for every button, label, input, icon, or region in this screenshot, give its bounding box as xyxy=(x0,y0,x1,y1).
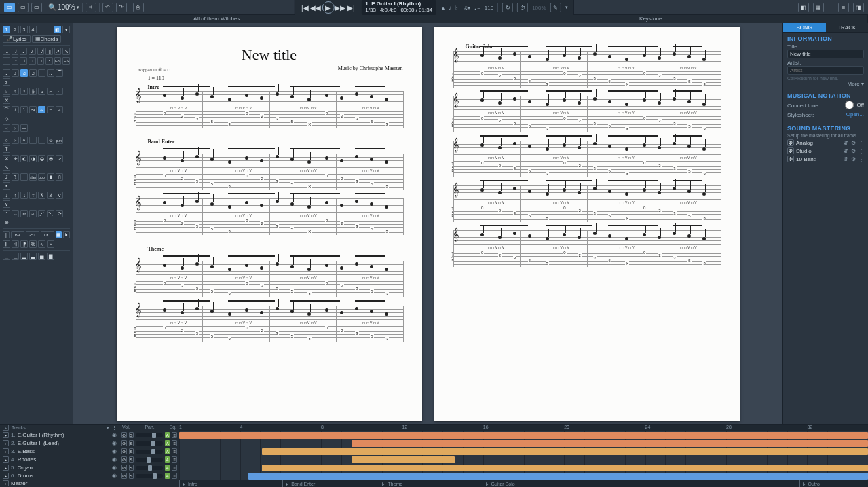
fx-x2[interactable]: ※ xyxy=(12,155,19,162)
fx-misc-c[interactable]: ◒ xyxy=(38,155,45,162)
more-link[interactable]: More ▾ xyxy=(787,81,864,87)
fx-row5-e[interactable]: ⋰ xyxy=(38,210,45,217)
fx-let-ring[interactable]: ⊙ xyxy=(47,137,54,144)
acc-dblsharp[interactable]: 𝄪 xyxy=(38,88,45,95)
clip[interactable] xyxy=(262,448,868,455)
fx-dead[interactable]: ✕ xyxy=(3,155,10,162)
tool-slide-down[interactable]: \ xyxy=(20,106,28,113)
tool-eighth-note[interactable]: ♪ xyxy=(29,48,36,55)
fx-misc-e[interactable]: ↗ xyxy=(56,155,63,162)
page-tab-1[interactable]: 1 xyxy=(3,26,10,33)
track-color-icon[interactable]: ▸ xyxy=(3,456,9,463)
master-icon[interactable]: ▸ xyxy=(3,480,9,486)
automation-button[interactable]: A xyxy=(165,440,170,446)
fx-palm-mute[interactable]: p.m. xyxy=(56,137,63,144)
dur-tie[interactable]: ⁀ xyxy=(56,69,63,77)
section-marker[interactable]: ⏵Theme xyxy=(379,480,402,487)
dyn-decresc[interactable]: ＞ xyxy=(12,124,19,132)
forward-end-button[interactable]: ▶| xyxy=(346,3,356,12)
fx-row4-d[interactable]: ⇡ xyxy=(29,192,37,199)
rewind-start-button[interactable]: |◀ xyxy=(300,3,309,12)
dyn-line[interactable]: — xyxy=(20,124,28,132)
tool-bend[interactable]: ↝ xyxy=(29,106,37,113)
power-icon[interactable]: ⏻ xyxy=(787,156,794,162)
dyn-bars-4[interactable]: ▅ xyxy=(38,253,45,260)
fx-row5-c[interactable]: ≋ xyxy=(20,210,28,217)
fx-row4-b[interactable]: ↑ xyxy=(12,192,19,199)
mute-button[interactable]: ⊘ xyxy=(121,432,127,438)
volume-fader[interactable] xyxy=(136,474,163,478)
automation-button[interactable]: A xyxy=(165,473,170,479)
speed-display[interactable]: 100% xyxy=(532,5,546,11)
automation-button[interactable]: A xyxy=(165,465,170,471)
track-name[interactable]: Drums xyxy=(18,473,110,479)
rewind-button[interactable]: ◀◀ xyxy=(311,3,320,12)
more-icon[interactable]: ⋮ xyxy=(858,140,864,146)
acc-sharp[interactable]: ♯ xyxy=(20,88,28,95)
undo-button[interactable]: ↶ xyxy=(102,3,113,12)
visibility-icon[interactable]: ◉ xyxy=(112,473,117,479)
dur-tup3[interactable]: 3 xyxy=(3,78,10,86)
fx-row3-c[interactable]: ~ xyxy=(20,173,28,181)
tool-tremolo[interactable]: ≈ xyxy=(56,106,63,113)
loop-button[interactable]: ↻ xyxy=(502,3,513,12)
dur-2[interactable]: ♪ xyxy=(12,69,19,77)
fx-row4-c[interactable]: ⇣ xyxy=(20,192,28,199)
track-name[interactable]: Organ xyxy=(18,465,110,471)
countdown-button[interactable]: ⏱ xyxy=(517,3,528,12)
clip[interactable] xyxy=(179,432,868,439)
redo-button[interactable]: ↷ xyxy=(116,3,127,12)
dyn-bars-1[interactable]: ▁ xyxy=(12,253,19,260)
fx-row5-a[interactable]: ⌃ xyxy=(3,210,10,217)
track-name[interactable]: E.Guitar I (Rhythm) xyxy=(18,432,110,438)
tool-rest-16[interactable]: 𝄿 xyxy=(37,57,45,65)
solo-button[interactable]: S xyxy=(129,448,134,454)
fretboard-button[interactable]: ◧ xyxy=(798,3,809,12)
fx-row5-g[interactable]: ⟳ xyxy=(56,210,63,217)
page-tab-3[interactable]: 3 xyxy=(20,26,28,33)
txt-tool[interactable]: TXT xyxy=(41,231,54,238)
rpt-tool-a[interactable]: 𝄆 xyxy=(3,240,10,248)
fx-row5-f[interactable]: ⋱ xyxy=(47,210,54,217)
fx-pop[interactable]: pop xyxy=(38,173,45,181)
automation-button[interactable]: A xyxy=(165,448,170,454)
staff-system[interactable]: 𝄞TAB023530235X02353⊓ ⊓ V ⊓ V⊓ ⊓ V ⊓ V⊓ ⊓… xyxy=(453,185,721,222)
tool-sixteenth-note[interactable]: 𝅘𝅥𝅯 xyxy=(37,48,45,55)
section-lane[interactable]: ⏵Intro⏵Band Enter⏵Theme⏵Guitar Solo⏵Outr… xyxy=(179,480,868,487)
volume-fader[interactable] xyxy=(136,450,163,454)
section-marker[interactable]: ⏵Outro xyxy=(799,480,820,487)
section-marker[interactable]: ⏵Band Enter xyxy=(282,480,315,487)
tool-tie[interactable]: FS xyxy=(62,57,70,65)
tool-quarter-note[interactable]: ♩ xyxy=(20,48,27,55)
tool-rest-1[interactable]: 𝄻 xyxy=(3,57,10,65)
fx-misc-f[interactable]: ↘ xyxy=(3,164,10,171)
score-page-1[interactable]: Dropped D ⑥ = D New title Music by Chris… xyxy=(117,27,422,421)
tool-slide-up[interactable]: / xyxy=(12,106,19,113)
rpt-tool-c[interactable]: ⁋ xyxy=(20,240,28,248)
more-icon[interactable]: ⋮ xyxy=(858,156,864,162)
staff-system[interactable]: 𝄞TAB023530235X02353⊓ ⊓ V ⊓ V⊓ ⊓ V ⊓ V⊓ ⊓… xyxy=(453,141,721,177)
palette-misc-1[interactable]: ⌐ xyxy=(47,88,54,95)
acc-flat[interactable]: ♭ xyxy=(3,88,10,95)
tool-legato[interactable]: ⌒ xyxy=(3,106,10,113)
tool-harmonic[interactable]: ◇ xyxy=(3,115,10,122)
fx-row3-a[interactable]: ⤴ xyxy=(3,173,10,181)
mute-button[interactable]: ⊘ xyxy=(121,456,127,463)
fx-row5-h[interactable]: ⊕ xyxy=(3,219,10,226)
fx-row4-e[interactable]: ⊼ xyxy=(38,192,45,199)
staff-system[interactable]: 𝄞TAB023530235X02353⊓ ⊓ V ⊓ V⊓ ⊓ V ⊓ V⊓ ⊓… xyxy=(453,96,721,132)
staff-system[interactable]: 𝄞TAB023530235X02353⊓ ⊓ V ⊓ V⊓ ⊓ V ⊓ V⊓ ⊓… xyxy=(453,230,721,267)
score-page-2[interactable]: Guitar Solo 𝄞TAB023530235X02353⊓ ⊓ V ⊓ V… xyxy=(434,27,740,421)
visibility-icon[interactable]: ◉ xyxy=(112,440,117,446)
tracks-dropdown[interactable]: Tracks ▾ xyxy=(12,425,109,431)
tool-half-note[interactable]: 𝅗𝅥 xyxy=(12,48,19,55)
play-button[interactable]: ▶ xyxy=(322,1,334,14)
power-icon[interactable]: ⏻ xyxy=(787,147,794,154)
section-marker[interactable]: ⏵Intro xyxy=(179,480,197,487)
staff-system[interactable]: 𝄞TAB023530235X02353⊓ ⊓ V ⊓ V⊓ ⊓ V ⊓ V⊓ ⊓… xyxy=(453,51,721,88)
title-input[interactable] xyxy=(787,50,864,58)
track-color-icon[interactable]: ▸ xyxy=(3,473,9,479)
tuner-button[interactable]: ✎ xyxy=(550,3,561,12)
acc-dblflat[interactable]: 𝄫 xyxy=(29,88,37,95)
visibility-icon[interactable]: ◉ xyxy=(112,432,117,438)
